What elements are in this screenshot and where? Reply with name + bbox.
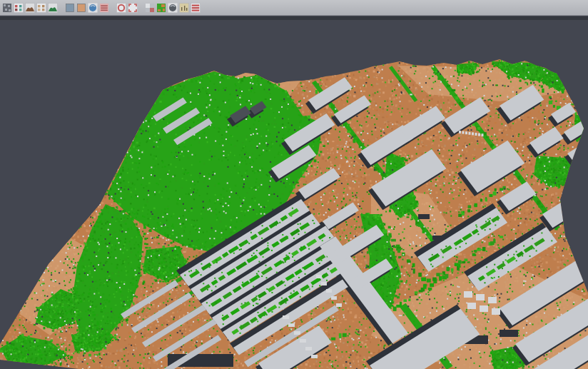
project-cube-icon[interactable] <box>2 2 13 14</box>
application-window <box>0 0 588 369</box>
camera-icon[interactable] <box>168 2 178 14</box>
globe-icon[interactable] <box>88 2 98 14</box>
clip-box-icon[interactable] <box>65 2 76 14</box>
circle-select-icon[interactable] <box>116 2 127 14</box>
vegetation-model-icon[interactable] <box>48 2 59 14</box>
classification-icon[interactable] <box>156 2 167 14</box>
sparse-cloud-icon[interactable] <box>36 2 47 14</box>
toolbar <box>0 0 588 16</box>
raster-icon[interactable] <box>145 2 156 14</box>
toolbar-separator <box>138 2 144 14</box>
crop-region-icon[interactable] <box>128 2 138 14</box>
terrain-model-icon[interactable] <box>25 2 36 14</box>
3d-viewport[interactable] <box>0 0 588 369</box>
orthophoto-icon[interactable] <box>76 2 87 14</box>
toolbar-separator <box>110 2 116 14</box>
profile-icon[interactable] <box>191 2 201 14</box>
toolbar-separator <box>59 2 64 14</box>
layers-icon[interactable] <box>99 2 110 14</box>
measure-icon[interactable] <box>179 2 190 14</box>
colored-points-icon[interactable] <box>14 2 24 14</box>
